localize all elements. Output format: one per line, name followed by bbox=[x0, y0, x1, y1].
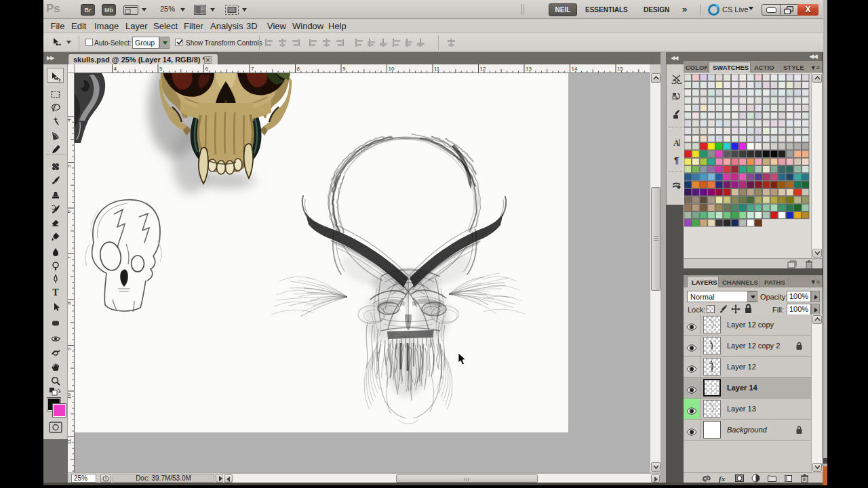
svg-text:5: 5 bbox=[159, 66, 163, 72]
svg-text:7: 7 bbox=[68, 256, 72, 259]
svg-text:8: 8 bbox=[68, 301, 72, 304]
svg-text:10: 10 bbox=[68, 392, 72, 399]
svg-text:A: A bbox=[673, 138, 679, 148]
svg-text:14: 14 bbox=[572, 66, 578, 72]
svg-text:9: 9 bbox=[68, 347, 72, 350]
svg-text:7: 7 bbox=[251, 66, 254, 72]
svg-text:5: 5 bbox=[68, 164, 72, 167]
svg-text:fx: fx bbox=[719, 474, 726, 483]
svg-text:4: 4 bbox=[114, 66, 117, 72]
svg-text:¶: ¶ bbox=[674, 155, 679, 165]
svg-text:T: T bbox=[52, 287, 59, 298]
svg-text:6: 6 bbox=[205, 66, 209, 72]
svg-text:8: 8 bbox=[297, 66, 300, 72]
svg-text:10: 10 bbox=[389, 66, 395, 72]
svg-text:4: 4 bbox=[68, 118, 72, 121]
svg-text:11: 11 bbox=[68, 439, 72, 445]
svg-text:6: 6 bbox=[68, 209, 72, 213]
svg-text:13: 13 bbox=[526, 66, 532, 72]
svg-text:9: 9 bbox=[342, 66, 346, 72]
svg-text:11: 11 bbox=[434, 66, 440, 72]
svg-text:15: 15 bbox=[617, 66, 623, 72]
svg-text:12: 12 bbox=[480, 66, 486, 72]
